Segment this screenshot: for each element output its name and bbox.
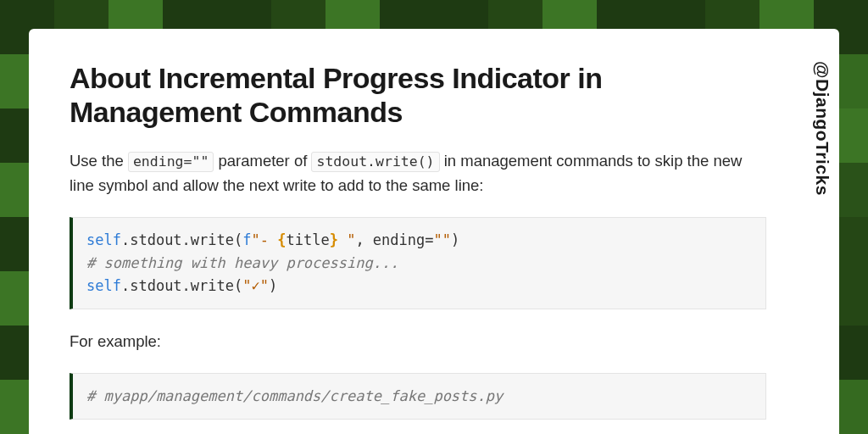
author-handle: @DjangoTricks [812,61,832,196]
inline-code-stdout: stdout.write() [311,152,439,172]
for-example-text: For example: [70,330,766,354]
article-title: About Incremental Progress Indicator in … [70,61,766,129]
code-block-2: # myapp/management/commands/create_fake_… [70,373,766,420]
intro-paragraph: Use the ending="" parameter of stdout.wr… [70,149,766,198]
intro-text-mid: parameter of [214,152,311,170]
article-content: About Incremental Progress Indicator in … [70,61,766,420]
inline-code-ending: ending="" [128,152,214,172]
article-card: @DjangoTricks About Incremental Progress… [29,29,839,434]
code-block-1: self.stdout.write(f"- {title} ", ending=… [70,217,766,310]
intro-text-pre: Use the [70,152,128,170]
